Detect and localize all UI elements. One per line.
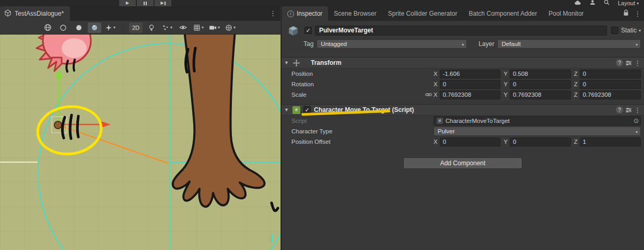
- static-flags-dropdown-icon[interactable]: ▾: [639, 28, 641, 33]
- object-picker-icon[interactable]: ⊙: [634, 117, 639, 124]
- tabbar-right-group: ⋮: [623, 6, 641, 21]
- help-icon[interactable]: ?: [616, 59, 623, 66]
- play-button[interactable]: ▶: [119, 0, 136, 6]
- inspector-menu-icon[interactable]: ⋮: [634, 10, 641, 18]
- axis-x-label: X: [434, 92, 438, 98]
- tab-sprite-collider-generator[interactable]: Sprite Collider Generator: [382, 6, 463, 21]
- axis-x-label: X: [434, 139, 438, 145]
- search-icon[interactable]: [604, 0, 610, 7]
- gameobject-active-checkbox[interactable]: ✓: [305, 27, 312, 34]
- main-toolbar: ▶ ▶ Layout ▾: [0, 0, 644, 6]
- lighting-bulb-icon[interactable]: [145, 22, 158, 33]
- tab-inspector[interactable]: i Inspector: [282, 6, 328, 21]
- mode-2d-button[interactable]: 2D: [129, 22, 143, 33]
- tab-batch-component-adder[interactable]: Batch Component Adder: [463, 6, 543, 21]
- scene-tab-title: TestAssDialogue*: [15, 10, 64, 17]
- layout-dropdown[interactable]: Layout ▾: [618, 0, 639, 6]
- add-component-label: Add Component: [440, 160, 486, 167]
- scale-x-field[interactable]: 0.7692308: [440, 90, 501, 99]
- grid-dropdown-icon[interactable]: ▾: [192, 22, 205, 33]
- move-target-dot[interactable]: [54, 121, 62, 129]
- chevron-down-icon: ▾: [462, 42, 464, 47]
- camera-dropdown-icon[interactable]: ▾: [207, 22, 221, 33]
- script-object-field[interactable]: # CharacterMoveToTarget ⊙: [434, 116, 641, 126]
- tab-scene-view[interactable]: TestAssDialogue*: [0, 6, 70, 21]
- presets-icon[interactable]: [625, 107, 632, 113]
- rotation-z-field[interactable]: 0: [580, 80, 641, 89]
- axis-z-label: Z: [574, 139, 578, 145]
- black-tuft-mark: [194, 48, 195, 71]
- tab-scene-browser[interactable]: Scene Browser: [328, 6, 382, 21]
- transform-icon: [292, 59, 300, 67]
- gameobject-cube-icon[interactable]: [288, 25, 301, 36]
- account-icon[interactable]: [590, 0, 595, 7]
- scale-z-field[interactable]: 0.7692308: [580, 90, 641, 99]
- scale-link-icon[interactable]: [425, 92, 434, 97]
- gameobject-name-field[interactable]: PulverMoveTarget: [315, 26, 607, 36]
- position-x-field[interactable]: -1.606: [440, 70, 501, 78]
- tab-pool-monitor[interactable]: Pool Monitor: [543, 6, 589, 21]
- mode-2d-label: 2D: [132, 25, 139, 31]
- character-type-label: Character Type: [291, 128, 425, 134]
- script-icon: #: [292, 106, 300, 114]
- add-component-button[interactable]: Add Component: [403, 157, 522, 169]
- component-menu-icon[interactable]: ⋮: [634, 59, 641, 67]
- sphere-view-icon[interactable]: [88, 22, 101, 33]
- static-checkbox[interactable]: [611, 27, 618, 34]
- circle-outline-icon[interactable]: [56, 22, 70, 33]
- scene-tabbar: TestAssDialogue* ⋮: [0, 6, 280, 21]
- layer-dropdown[interactable]: Default ▾: [497, 39, 641, 49]
- layer-label: Layer: [478, 40, 494, 48]
- visibility-eye-icon[interactable]: [176, 22, 190, 33]
- step-icon: ▶: [160, 1, 163, 5]
- gizmos-dropdown-icon[interactable]: ▾: [224, 22, 237, 33]
- globe-icon[interactable]: [41, 22, 54, 33]
- circle-filled-icon[interactable]: [72, 22, 86, 33]
- help-icon[interactable]: ?: [616, 106, 623, 113]
- tab-label: Batch Component Adder: [469, 10, 537, 17]
- transform-component-header[interactable]: ▼ Transform ? ⋮: [282, 57, 644, 69]
- axis-y-label: Y: [504, 81, 508, 87]
- particles-dropdown-icon[interactable]: ▾: [103, 22, 117, 33]
- scene-canvas: [0, 35, 280, 250]
- rotation-y-field[interactable]: 0: [510, 80, 571, 89]
- position-offset-x-field[interactable]: 0: [440, 138, 501, 146]
- character-type-dropdown[interactable]: Pulver ▾: [434, 127, 641, 136]
- scene-toolbar: ▾ 2D ▾ ▾ ▾ ▾: [0, 21, 280, 35]
- rotation-x-field[interactable]: 0: [440, 80, 501, 89]
- scene-view-menu-icon[interactable]: ⋮: [270, 9, 276, 17]
- tag-label: Tag: [303, 40, 313, 48]
- component-menu-icon[interactable]: ⋮: [634, 106, 641, 114]
- position-offset-z-field[interactable]: 1: [580, 138, 641, 146]
- cloud-icon[interactable]: [574, 0, 581, 7]
- effects-stars-dropdown-icon[interactable]: ▾: [160, 22, 174, 33]
- tag-dropdown[interactable]: Untagged ▾: [317, 39, 467, 49]
- script-asset-icon: #: [437, 118, 443, 124]
- foldout-icon[interactable]: ▼: [284, 107, 290, 112]
- chevron-down-icon: ▾: [113, 25, 115, 30]
- scene-viewport[interactable]: [0, 35, 280, 250]
- script-label: Script: [291, 118, 425, 124]
- foldout-icon[interactable]: ▼: [284, 60, 290, 65]
- topbar-right-group: Layout ▾: [574, 0, 639, 6]
- pause-button[interactable]: [137, 0, 154, 6]
- axis-z-label: Z: [574, 71, 578, 77]
- character-type-value: Pulver: [438, 128, 455, 134]
- chevron-down-icon: ▾: [636, 42, 638, 47]
- character-type-row: Character Type Pulver ▾: [282, 126, 644, 137]
- chevron-down-icon: ▾: [637, 1, 639, 6]
- axis-y-label: Y: [504, 92, 508, 98]
- position-y-field[interactable]: 0.508: [510, 70, 571, 78]
- presets-icon[interactable]: [625, 60, 632, 66]
- gameobject-name-row: ✓ PulverMoveTarget Static ▾: [285, 25, 641, 36]
- position-z-field[interactable]: 0: [580, 70, 641, 78]
- step-button[interactable]: ▶: [155, 0, 171, 6]
- scale-y-field[interactable]: 0.7692308: [510, 90, 571, 99]
- black-grass-mark: [70, 115, 72, 139]
- scale-row: Scale X0.7692308 Y0.7692308 Z0.7692308: [282, 89, 644, 100]
- position-offset-y-field[interactable]: 0: [510, 138, 571, 146]
- axis-z-label: Z: [574, 81, 578, 87]
- axis-x-label: X: [434, 71, 438, 77]
- lock-icon[interactable]: [623, 9, 629, 18]
- tab-label: Pool Monitor: [548, 10, 583, 17]
